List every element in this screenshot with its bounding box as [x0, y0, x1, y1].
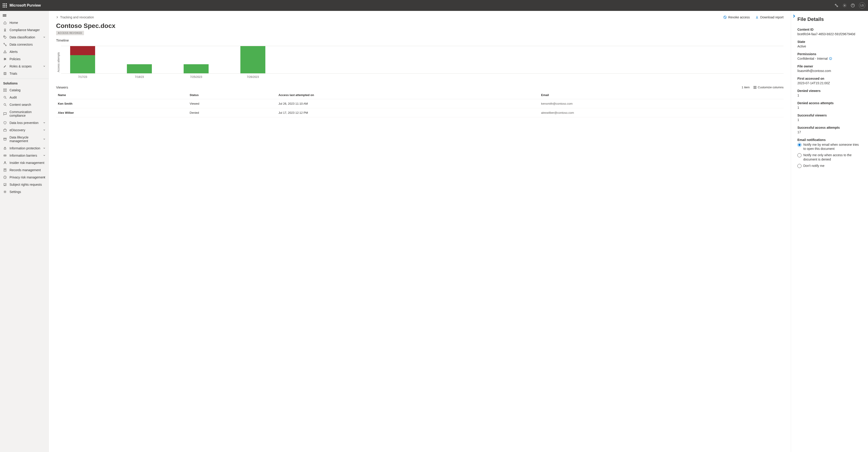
notification-option-0[interactable]: Notify me by email when someone tries to…: [797, 143, 862, 151]
detail-denied_attempts: Denied access attempts1: [797, 101, 862, 110]
sidebar-item-ediscovery[interactable]: eDiscovery: [0, 126, 49, 134]
sidebar-label: Compliance Manager: [9, 28, 40, 32]
sidebar-item-dlp[interactable]: Data loss prevention: [0, 119, 49, 126]
chevron-down-icon: [43, 138, 45, 140]
chevron-down-icon: [43, 147, 45, 149]
chart-ylabel: Access attempts: [56, 46, 61, 79]
svg-rect-15: [5, 91, 6, 91]
sidebar-label: Data lifecycle management: [9, 135, 45, 143]
radio-label: Notify me by email when someone tries to…: [803, 143, 862, 151]
timeline-heading: Timeline: [56, 38, 783, 42]
sidebar-label: Insider risk management: [9, 161, 44, 164]
chevron-down-icon: [43, 129, 45, 131]
sidebar-toggle[interactable]: [0, 12, 49, 19]
sidebar-label: Alerts: [9, 50, 18, 54]
sidebar-item-content-search[interactable]: Content search: [0, 101, 49, 108]
detail-content_id: Content IDbce6fc04-faa7-4653-b922-591f29…: [797, 28, 862, 36]
sidebar-item-policies[interactable]: Policies: [0, 55, 49, 63]
revoke-access-button[interactable]: Revoke access: [723, 16, 750, 19]
sidebar-item-catalog[interactable]: Catalog: [0, 87, 49, 94]
brand-title: Microsoft Purview: [9, 3, 41, 7]
chevron-down-icon: [43, 122, 45, 124]
info-icon[interactable]: [829, 57, 832, 60]
chart-segment-successful: [127, 64, 152, 73]
sidebar-item-roles-scopes[interactable]: Roles & scopes: [0, 63, 49, 70]
svg-rect-18: [4, 129, 6, 131]
sidebar-item-alerts[interactable]: Alerts: [0, 48, 49, 55]
sidebar-label: Subject rights requests: [9, 183, 42, 186]
col-status[interactable]: Status: [188, 91, 277, 99]
sidebar-item-records[interactable]: Records management: [0, 167, 49, 174]
detail-state: StateActive: [797, 40, 862, 48]
customize-columns-button[interactable]: Customize columns: [753, 86, 783, 89]
lock-icon: [3, 146, 7, 150]
app-launcher-icon[interactable]: [3, 3, 7, 7]
trials-icon: [3, 72, 7, 76]
status-badge: ACCESS REVOKED: [56, 31, 84, 35]
svg-rect-31: [755, 86, 756, 89]
sidebar-item-subject-rights[interactable]: Subject rights requests: [0, 181, 49, 188]
privacy-icon: [3, 176, 7, 179]
download-icon: [755, 16, 759, 19]
table-row[interactable]: Ken SmithViewedJul 26, 2023 11:10 AMkens…: [56, 99, 783, 108]
svg-rect-30: [754, 86, 755, 89]
col-email[interactable]: Email: [539, 91, 783, 99]
settings-icon[interactable]: [843, 3, 847, 7]
sidebar-label: Information barriers: [9, 154, 37, 157]
chart-xlabel: 7/18/23: [127, 76, 152, 79]
sidebar-label: Data connectors: [9, 43, 33, 46]
gear-icon: [3, 190, 7, 194]
help-icon[interactable]: [851, 3, 855, 7]
collapse-panel-icon[interactable]: [793, 14, 796, 18]
chart-segment-successful: [184, 64, 209, 73]
shield-icon: [3, 121, 7, 125]
sidebar-item-insider-risk[interactable]: Insider risk management: [0, 159, 49, 167]
request-icon: [3, 183, 7, 186]
svg-rect-14: [4, 91, 4, 91]
table-row[interactable]: Alex WilberDeniedJul 17, 2023 12:12 PMal…: [56, 108, 783, 117]
detail-success_attempts: Successful access attempts17: [797, 126, 862, 134]
sidebar-item-trials[interactable]: Trials: [0, 70, 49, 77]
chart-bar: [184, 64, 209, 73]
top-header: Microsoft Purview LS: [0, 0, 868, 11]
detail-success_viewers: Successful viewers1: [797, 114, 862, 122]
col-name[interactable]: Name: [56, 91, 188, 99]
sidebar-item-audit[interactable]: Audit: [0, 94, 49, 101]
page-title: Contoso Spec.docx: [56, 22, 783, 30]
sidebar-item-data-classification[interactable]: Data classification: [0, 34, 49, 41]
col-last[interactable]: Access last attempted on: [277, 91, 539, 99]
chart-xlabel: 7/25/2023: [184, 76, 209, 79]
sidebar-label: Information protection: [9, 146, 40, 150]
chart-bar: [240, 46, 265, 73]
sidebar-item-data-connectors[interactable]: Data connectors: [0, 41, 49, 48]
person-icon: [3, 161, 7, 164]
sidebar-item-info-protection[interactable]: Information protection: [0, 145, 49, 152]
detail-owner: File ownerlisasmith@contoso.com: [797, 64, 862, 73]
sidebar-item-communication-compliance[interactable]: Communication compliance: [0, 108, 49, 119]
sidebar-item-home[interactable]: Home: [0, 19, 49, 26]
chart-segment-successful: [70, 55, 95, 73]
sidebar-item-settings[interactable]: Settings: [0, 188, 49, 195]
sidebar-label: Data classification: [9, 35, 35, 39]
sidebar-item-info-barriers[interactable]: Information barriers: [0, 152, 49, 159]
diagnostics-icon[interactable]: [834, 3, 838, 7]
sidebar-label: Data loss prevention: [9, 121, 39, 125]
notification-option-1[interactable]: Notify me only when access to the docume…: [797, 153, 862, 161]
sidebar: HomeCompliance ManagerData classificatio…: [0, 11, 49, 452]
barrier-icon: [3, 154, 7, 157]
sidebar-label: Communication compliance: [9, 110, 45, 117]
notification-option-2[interactable]: Don't notify me: [797, 164, 862, 168]
sidebar-item-compliance-manager[interactable]: Compliance Manager: [0, 26, 49, 34]
chart-xlabel: 7/17/23: [70, 76, 95, 79]
sidebar-label: Catalog: [9, 88, 21, 92]
chart-segment-successful: [240, 46, 265, 73]
records-icon: [3, 168, 7, 172]
sidebar-item-data-lifecycle[interactable]: Data lifecycle management: [0, 134, 49, 145]
radio-icon: [797, 143, 802, 147]
sidebar-item-privacy-risk[interactable]: Privacy risk management: [0, 174, 49, 181]
chart-bar: [70, 46, 95, 73]
download-report-button[interactable]: Download report: [755, 16, 783, 19]
sidebar-section-solutions: Solutions: [0, 79, 49, 87]
user-avatar[interactable]: LS: [859, 2, 865, 9]
breadcrumb[interactable]: Tracking and revocation: [60, 16, 94, 19]
